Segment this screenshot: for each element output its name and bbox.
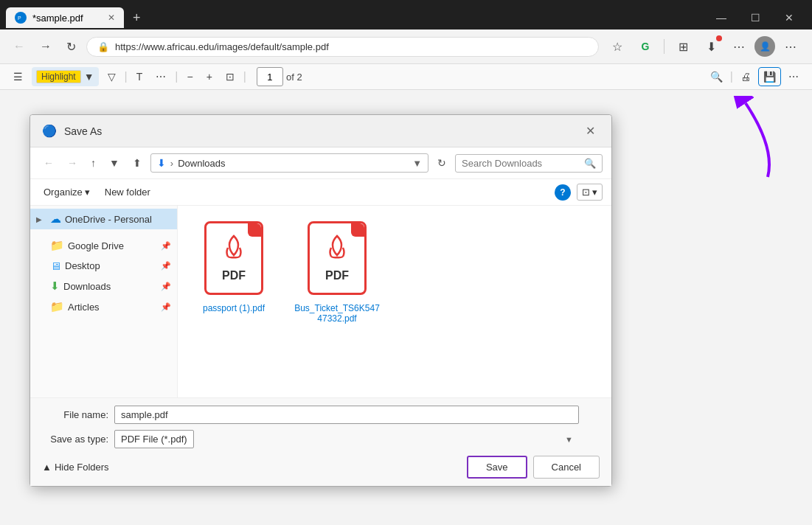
page-number-input[interactable] xyxy=(257,67,283,86)
print-btn[interactable]: 🖨 xyxy=(736,68,755,86)
settings-button[interactable]: ⋯ xyxy=(726,34,752,59)
nav-up-btn[interactable]: ↑ xyxy=(86,154,100,172)
forward-button[interactable]: → xyxy=(35,37,56,56)
pdf-toolbar: ☰ Highlight ▼ ▽ | T ⋯ | − + ⊡ | of 2 🔍 |… xyxy=(0,64,812,90)
zoom-in-btn[interactable]: + xyxy=(202,68,217,86)
hide-folders-label: Hide Folders xyxy=(55,462,109,473)
back-button[interactable]: ← xyxy=(9,37,30,56)
save-pdf-btn[interactable]: 💾 xyxy=(758,67,781,86)
filename-row: File name: xyxy=(42,406,600,424)
search-input[interactable] xyxy=(462,158,581,169)
acrobat-icon-2 xyxy=(325,234,349,266)
dialog-titlebar: 🔵 Save As ✕ xyxy=(30,115,611,147)
expand-icon: ▶ xyxy=(36,215,46,223)
articles-label: Articles xyxy=(68,302,100,313)
pdf-corner-1 xyxy=(248,223,261,237)
location-dropdown-icon: ▼ xyxy=(412,158,422,169)
more-pdf-tools[interactable]: ⋯ xyxy=(151,68,170,86)
new-tab-button[interactable]: + xyxy=(127,7,147,29)
page-navigation: of 2 xyxy=(257,67,302,86)
download-button[interactable]: ⬇ xyxy=(698,34,723,59)
pdf-more-btn[interactable]: ⋯ xyxy=(784,68,803,86)
file-name-1: passport (1).pdf xyxy=(203,303,265,313)
filename-label: File name: xyxy=(42,409,108,420)
savetype-select[interactable]: PDF File (*.pdf) xyxy=(114,430,194,448)
nav-up2-btn[interactable]: ⬆ xyxy=(128,154,146,172)
zoom-out-btn[interactable]: − xyxy=(182,68,197,86)
active-tab[interactable]: P *sample.pdf ✕ xyxy=(6,7,124,28)
location-bar[interactable]: ⬇ › Downloads ▼ xyxy=(150,153,428,173)
organize-button[interactable]: Organize ▾ xyxy=(39,184,94,200)
highlight-label: Highlight xyxy=(36,70,81,83)
hide-folders-arrow: ▲ xyxy=(42,462,52,473)
articles-icon: 📁 xyxy=(50,300,64,313)
location-separator: › xyxy=(170,158,173,169)
view-button[interactable]: ⊡ ▾ xyxy=(577,184,603,201)
pdf-icon-1: PDF xyxy=(204,221,263,295)
file-item-busticket[interactable]: PDF Bus_Ticket_TS6K54747332.pdf xyxy=(293,218,381,324)
organize-dropdown-icon: ▾ xyxy=(85,187,90,198)
dialog-close-button[interactable]: ✕ xyxy=(581,122,600,139)
hamburger-menu[interactable]: ☰ xyxy=(9,68,27,86)
location-text: Downloads xyxy=(178,158,408,169)
search-icon: 🔍 xyxy=(584,158,596,169)
arrow-annotation xyxy=(723,96,782,184)
nav-recent-btn[interactable]: ▼ xyxy=(105,154,124,172)
minimize-button[interactable]: — xyxy=(704,6,738,29)
tab-title: *sample.pdf xyxy=(32,13,83,24)
maximize-button[interactable]: ☐ xyxy=(738,6,772,29)
filter-tool[interactable]: ▽ xyxy=(103,68,120,86)
nav-back-btn[interactable]: ← xyxy=(39,154,58,172)
sidebar-item-googledrive[interactable]: 📁 Google Drive 📌 xyxy=(30,235,177,256)
svg-text:P: P xyxy=(18,15,21,21)
refresh-button[interactable]: ↻ xyxy=(62,37,80,57)
sidebar-item-desktop[interactable]: 🖥 Desktop 📌 xyxy=(30,256,177,276)
nav-refresh-btn[interactable]: ↻ xyxy=(433,154,451,172)
cancel-button[interactable]: Cancel xyxy=(533,456,600,479)
sidebar-item-downloads[interactable]: ⬇ Downloads 📌 xyxy=(30,276,177,296)
tab-favicon: P xyxy=(15,12,27,24)
nav-forward-btn[interactable]: → xyxy=(63,154,82,172)
new-folder-button[interactable]: New folder xyxy=(100,184,155,200)
dialog-title: Save As xyxy=(64,125,574,137)
collections-button[interactable]: ⊞ xyxy=(670,34,695,59)
divider-3: | xyxy=(243,70,246,83)
gdrive-label: Google Drive xyxy=(68,240,124,251)
select-arrow-icon: ▼ xyxy=(565,435,573,444)
file-icon-wrapper-1: PDF xyxy=(201,218,267,299)
file-item-passport[interactable]: PDF passport (1).pdf xyxy=(190,218,278,324)
divider-2: | xyxy=(175,70,178,83)
dialog-toolbar2: Organize ▾ New folder ? ⊡ ▾ xyxy=(30,179,611,206)
savetype-wrapper: PDF File (*.pdf) ▼ xyxy=(114,430,579,448)
view-icon: ⊡ xyxy=(582,187,590,198)
edge-icon: 🔵 xyxy=(42,124,57,138)
dialog-body: ▶ ☁ OneDrive - Personal 📁 Google Drive 📌… xyxy=(30,206,611,397)
tab-close-button[interactable]: ✕ xyxy=(108,13,115,23)
help-button[interactable]: ? xyxy=(555,184,571,201)
filename-input[interactable] xyxy=(114,406,579,424)
organize-label: Organize xyxy=(44,187,83,198)
sidebar-item-onedrive[interactable]: ▶ ☁ OneDrive - Personal xyxy=(30,209,177,229)
dialog-footer: File name: Save as type: PDF File (*.pdf… xyxy=(30,397,611,486)
window-controls: — ☐ ✕ xyxy=(704,6,806,29)
pdf-corner-2 xyxy=(351,223,364,237)
hide-folders-button[interactable]: ▲ Hide Folders xyxy=(42,462,109,473)
save-as-dialog: 🔵 Save As ✕ ← → ↑ ▼ ⬆ ⬇ › Downloads ▼ ↻ … xyxy=(30,114,612,487)
close-button[interactable]: ✕ xyxy=(772,6,806,29)
address-bar[interactable]: 🔒 https://www.africau.edu/images/default… xyxy=(86,37,599,57)
fit-page-btn[interactable]: ⊡ xyxy=(221,68,239,86)
highlight-tool[interactable]: Highlight ▼ xyxy=(32,67,99,86)
favorites-button[interactable]: ☆ xyxy=(605,34,630,59)
pdf-search-btn[interactable]: 🔍 xyxy=(706,68,727,86)
grammarly-button[interactable]: G xyxy=(633,34,658,59)
dialog-action-buttons: Save Cancel xyxy=(467,456,600,479)
file-icon-wrapper-2: PDF xyxy=(304,218,370,299)
pin-icon-4: 📌 xyxy=(161,302,171,312)
more-tools-button[interactable]: ⋯ xyxy=(778,34,803,59)
content-pane: PDF passport (1).pdf xyxy=(178,206,611,397)
save-button[interactable]: Save xyxy=(467,456,527,479)
sidebar-item-articles[interactable]: 📁 Articles 📌 xyxy=(30,296,177,317)
profile-avatar[interactable]: 👤 xyxy=(754,36,775,57)
pdf-text-1: PDF xyxy=(222,269,246,282)
text-tool[interactable]: T xyxy=(132,68,148,86)
